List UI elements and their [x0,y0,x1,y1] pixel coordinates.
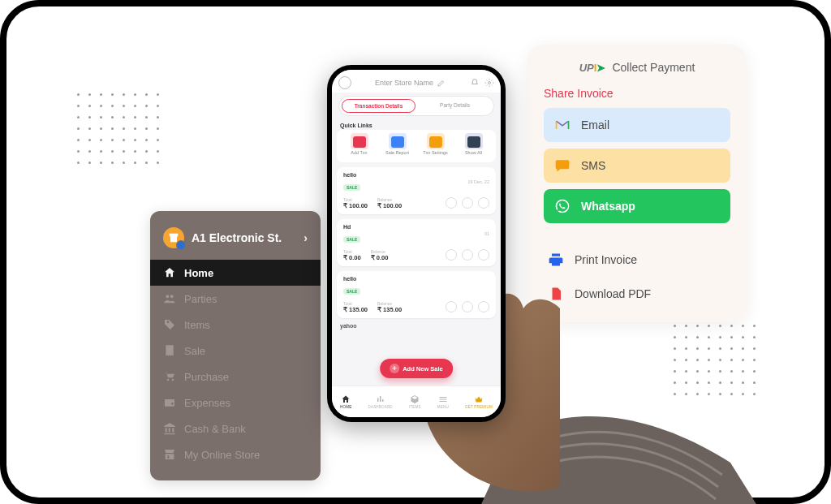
cart-icon [163,370,176,383]
add-sale-fab[interactable]: Add New Sale [380,359,453,378]
more-icon[interactable] [478,301,489,312]
tags-icon [163,318,176,331]
nav-premium[interactable]: Get Premium [465,394,493,409]
quick-link-label: Sale Report [385,151,409,156]
transaction-card[interactable]: Hd SALE 01 Total₹ 0.00 Balance₹ 0.00 [337,219,496,266]
sidebar-item-parties[interactable]: Parties [150,286,321,312]
share-invoice-card: UPI➤ Collect Payment Share Invoice Email… [527,45,747,322]
sidebar-item-label: Items [184,319,210,331]
more-icon[interactable] [478,249,489,261]
quick-link-txn-settings[interactable]: Txn Settings [420,133,452,156]
print-label: Print Invoice [575,253,637,266]
app-sidebar: A1 Electronic St. › Home Parties Items S… [150,211,321,480]
sidebar-item-purchase[interactable]: Purchase [150,364,321,390]
nav-menu[interactable]: Menu [437,394,449,409]
sidebar-item-sale[interactable]: Sale [150,338,321,364]
wallet-icon [163,396,176,409]
pdf-icon [547,285,565,303]
share-section-title: Share Invoice [544,87,730,100]
store-name-placeholder: Enter Store Name [375,79,433,87]
party-name: Hd [343,224,360,230]
sidebar-item-cash-bank[interactable]: Cash & Bank [150,416,321,442]
total-value: ₹ 135.00 [343,306,368,313]
sidebar-item-label: Parties [184,293,217,305]
quick-links-row: Add Txn Sale Report Txn Settings Show Al… [337,130,496,162]
share-icon[interactable] [462,197,473,209]
nav-home[interactable]: Home [340,394,351,409]
sidebar-item-label: Home [184,267,213,279]
quick-links-title: Quick Links [332,121,501,130]
share-sms-button[interactable]: SMS [544,149,730,183]
share-sms-label: SMS [581,159,605,172]
party-name: hello [343,172,360,178]
quick-link-label: Txn Settings [423,151,448,156]
upi-logo: UPI➤ [579,62,606,74]
sidebar-item-items[interactable]: Items [150,312,321,338]
sidebar-item-label: Purchase [184,371,229,383]
store-icon [163,448,176,461]
nav-label: Dashboard [368,405,393,409]
printer-icon [547,251,565,269]
print-icon[interactable] [446,249,457,261]
transaction-card[interactable]: hello SALE 19 Dec, 22 Total₹ 100.00 Bala… [337,167,496,214]
sidebar-item-label: Sale [184,345,205,357]
download-pdf-button[interactable]: Download PDF [544,280,730,308]
pdf-label: Download PDF [575,287,651,300]
txn-date: 19 Dec, 22 [467,179,489,184]
transaction-list[interactable]: hello SALE 19 Dec, 22 Total₹ 100.00 Bala… [332,167,501,418]
nav-label: Home [340,405,351,409]
party-name: hello [343,276,360,282]
sidebar-item-label: Cash & Bank [184,423,246,435]
profile-icon[interactable] [338,76,351,89]
tab-transactions[interactable]: Transaction Details [342,99,416,113]
share-whatsapp-button[interactable]: Whatsapp [544,189,730,223]
total-value: ₹ 0.00 [343,254,361,261]
receipt-icon [163,344,176,357]
share-icon[interactable] [462,249,473,261]
home-icon [163,266,176,279]
edit-icon [437,78,446,88]
print-icon[interactable] [446,197,457,209]
phone-screen: Enter Store Name Transaction Details Par… [332,70,501,417]
transaction-card[interactable]: hello SALE Total₹ 135.00 Balance₹ 135.00 [337,271,496,318]
nav-label: Get Premium [465,405,493,409]
sidebar-item-online-store[interactable]: My Online Store [150,442,321,467]
nav-items[interactable]: Items [409,394,421,409]
bell-icon[interactable] [470,78,480,88]
print-icon[interactable] [446,301,457,312]
svg-point-1 [489,82,491,84]
quick-link-label: Show All [465,151,482,156]
collect-label: Collect Payment [612,61,695,74]
share-whatsapp-label: Whatsapp [581,200,635,213]
bank-icon [163,422,176,435]
sale-badge: SALE [343,288,360,295]
balance-value: ₹ 100.00 [377,202,402,209]
sidebar-item-label: My Online Store [184,449,260,461]
bottom-nav: Home Dashboard Items Menu Get Premium [332,386,501,417]
tab-party[interactable]: Party Details [419,99,491,113]
sale-badge: SALE [343,236,360,243]
store-switcher[interactable]: A1 Electronic St. › [150,224,321,260]
share-icon[interactable] [462,301,473,312]
dot-pattern [77,93,168,173]
print-invoice-button[interactable]: Print Invoice [544,246,730,274]
chevron-right-icon: › [304,231,308,244]
nav-dashboard[interactable]: Dashboard [368,394,393,409]
txn-date: 01 [484,231,489,236]
more-icon[interactable] [478,197,489,209]
share-email-button[interactable]: Email [544,108,730,142]
sidebar-item-label: Expenses [184,397,230,409]
nav-label: Items [409,405,421,409]
store-name-input[interactable]: Enter Store Name [356,78,465,88]
quick-link-sale-report[interactable]: Sale Report [381,133,414,156]
gear-icon[interactable] [484,78,494,88]
share-email-label: Email [581,118,609,131]
balance-value: ₹ 0.00 [371,254,389,261]
collect-payment-row[interactable]: UPI➤ Collect Payment [544,61,730,74]
sidebar-item-expenses[interactable]: Expenses [150,390,321,416]
quick-link-add-txn[interactable]: Add Txn [343,133,376,156]
total-value: ₹ 100.00 [343,202,368,209]
gmail-icon [553,116,571,134]
quick-link-show-all[interactable]: Show All [458,133,490,156]
sidebar-item-home[interactable]: Home [150,260,321,286]
